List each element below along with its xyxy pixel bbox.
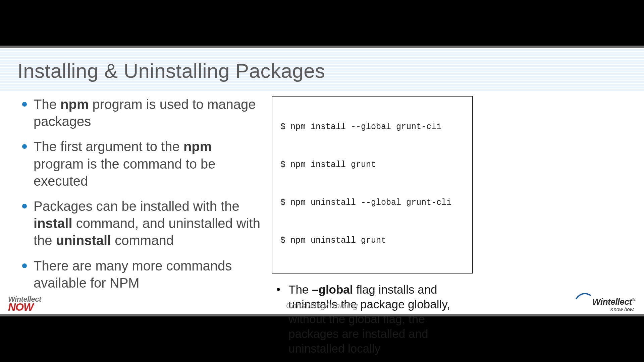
bullet-text: command <box>111 233 174 248</box>
bullet-bold: npm <box>183 139 212 154</box>
logo-wintellect: Wintellect® Know how. <box>592 297 635 312</box>
bullet-text: The <box>34 97 60 112</box>
code-line: $ npm install grunt <box>280 161 464 169</box>
brand-text: Wintellect <box>592 297 632 307</box>
bullet-text: The first argument to the <box>34 139 183 154</box>
code-line: $ npm install --global grunt-cli <box>280 123 464 131</box>
footer-center-text: Consulting/Training <box>0 301 644 310</box>
bullet-bold: npm <box>60 97 89 112</box>
slide: Installing & Uninstalling Packages The n… <box>0 46 644 316</box>
slide-title: Installing & Uninstalling Packages <box>17 59 325 82</box>
bullet-item: The first argument to the npm program is… <box>20 138 265 190</box>
letterbox-top <box>0 0 644 46</box>
logo-right-brand: Wintellect® <box>592 297 635 306</box>
bullet-item: The npm program is used to manage packag… <box>20 96 265 130</box>
left-bullet-list: The npm program is used to manage packag… <box>20 96 265 292</box>
right-bullet-list: The –global flag installs and uninstalls… <box>274 282 473 356</box>
bullet-bold: –global <box>312 283 353 296</box>
content-area: The npm program is used to manage packag… <box>20 96 631 296</box>
bullet-bold: install <box>34 216 72 231</box>
bullet-text: There are many more commands available f… <box>34 258 232 290</box>
bullet-item: There are many more commands available f… <box>20 257 265 292</box>
bottom-divider <box>0 314 644 316</box>
code-box: $ npm install --global grunt-cli $ npm i… <box>272 96 473 274</box>
registered-mark: ® <box>632 298 635 302</box>
bullet-bold: uninstall <box>56 233 111 248</box>
bullet-item: The –global flag installs and uninstalls… <box>274 282 473 356</box>
bullet-item: Packages can be installed with the insta… <box>20 198 265 249</box>
code-line: $ npm uninstall --global grunt-cli <box>280 198 464 207</box>
bullet-text: program is the command to be executed <box>34 157 215 188</box>
swoosh-icon <box>576 292 591 300</box>
right-column: $ npm install --global grunt-cli $ npm i… <box>272 96 473 356</box>
logo-left-line2: NOW <box>8 303 41 312</box>
code-line: $ npm uninstall grunt <box>280 236 464 245</box>
logo-right-tagline: Know how. <box>592 307 635 312</box>
bullet-text: The <box>288 283 312 296</box>
header-area: Installing & Uninstalling Packages <box>0 48 644 91</box>
bullet-text: Packages can be installed with the <box>34 199 239 214</box>
left-column: The npm program is used to manage packag… <box>20 96 265 300</box>
logo-wintellect-now: Wintellect NOW <box>8 296 41 312</box>
top-divider <box>0 46 644 48</box>
